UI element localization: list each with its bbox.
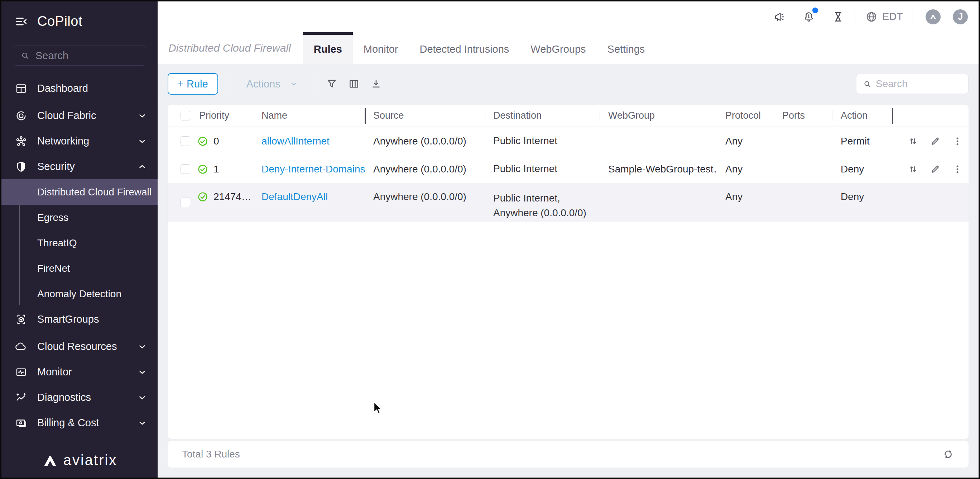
- column-header-name[interactable]: Name: [253, 105, 364, 126]
- rule-protocol: Any: [717, 155, 774, 183]
- column-header-ports[interactable]: Ports: [774, 105, 832, 126]
- sidebar-item-networking[interactable]: Networking: [2, 128, 158, 154]
- rule-priority: 1: [213, 163, 219, 175]
- user-avatar[interactable]: J: [953, 9, 968, 24]
- refresh-icon[interactable]: [942, 448, 954, 460]
- column-header-action[interactable]: Action: [832, 105, 892, 126]
- sidebar-header: CoPilot: [2, 2, 158, 29]
- actions-dropdown[interactable]: Actions: [240, 78, 304, 90]
- sidebar-item-threatiq[interactable]: ThreatIQ: [2, 230, 158, 255]
- table-row[interactable]: 1 Deny-Internet-Domains Anywhere (0.0.0.…: [168, 155, 969, 183]
- reorder-arrows-icon[interactable]: [908, 136, 918, 147]
- row-checkbox[interactable]: [181, 198, 190, 207]
- column-header-destination[interactable]: Destination: [485, 105, 600, 126]
- notification-badge: [812, 8, 818, 13]
- sidebar-item-firenet[interactable]: FireNet: [2, 255, 158, 281]
- rule-protocol: Any: [717, 127, 774, 155]
- sidebar-item-label: SmartGroups: [35, 313, 147, 325]
- columns-icon[interactable]: [348, 78, 360, 89]
- toolbar-divider: [229, 77, 229, 91]
- sidebar-subitem-label: Distributed Cloud Firewall: [37, 187, 151, 198]
- security-shield-icon: [15, 161, 35, 173]
- timezone-selector[interactable]: EDT: [865, 10, 903, 23]
- dashboard-icon: [15, 83, 35, 95]
- chevron-down-icon: [138, 137, 147, 146]
- rule-ports: [774, 127, 832, 155]
- edit-pencil-icon[interactable]: [930, 164, 940, 175]
- rule-source: Anywhere (0.0.0.0/0): [364, 155, 485, 183]
- download-icon[interactable]: [371, 78, 382, 89]
- sidebar-item-label: Dashboard: [35, 83, 147, 94]
- notifications-bell-icon[interactable]: [802, 10, 815, 23]
- sidebar-search-input[interactable]: [35, 50, 138, 62]
- sidebar-item-distributed-cloud-firewall[interactable]: Distributed Cloud Firewall: [2, 179, 158, 205]
- table-search[interactable]: [856, 74, 969, 94]
- sidebar-item-monitor[interactable]: Monitor: [2, 359, 158, 385]
- collapse-menu-icon[interactable]: [15, 15, 28, 28]
- monitor-icon: [15, 366, 35, 378]
- tab-detected-intrusions[interactable]: Detected Intrusions: [409, 32, 520, 64]
- hourglass-icon[interactable]: [832, 10, 845, 23]
- row-checkbox[interactable]: [181, 164, 190, 174]
- app-title: CoPilot: [37, 14, 83, 29]
- column-header-source[interactable]: Source: [364, 105, 485, 126]
- add-rule-button[interactable]: + Rule: [168, 73, 218, 95]
- announcements-icon[interactable]: [773, 10, 786, 23]
- sidebar-item-anomaly-detection[interactable]: Anomaly Detection: [2, 281, 158, 307]
- cloud-fabric-icon: [15, 110, 35, 122]
- column-header-protocol[interactable]: Protocol: [717, 105, 774, 126]
- row-checkbox[interactable]: [181, 136, 190, 146]
- cloud-icon: [15, 341, 35, 353]
- rule-webgroup: Sample-WebGroup-test…: [600, 155, 717, 183]
- sidebar-item-label: Networking: [35, 135, 138, 147]
- actions-label: Actions: [247, 78, 280, 90]
- sidebar-item-egress[interactable]: Egress: [2, 205, 158, 230]
- sidebar-item-dashboard[interactable]: Dashboard: [2, 76, 158, 101]
- sidebar-item-label: Security: [35, 161, 138, 172]
- chevron-up-icon: [138, 162, 147, 171]
- tab-rules[interactable]: Rules: [303, 32, 353, 64]
- page-title: Distributed Cloud Firewall: [158, 42, 298, 54]
- rules-table: Priority Name Source Destination WebGrou…: [168, 105, 969, 439]
- sidebar-item-billing-cost[interactable]: Billing & Cost: [2, 410, 158, 436]
- sidebar-item-security[interactable]: Security: [2, 154, 158, 179]
- rule-action: Deny: [832, 155, 892, 183]
- column-header-webgroup[interactable]: WebGroup: [600, 105, 717, 126]
- reorder-arrows-icon[interactable]: [908, 164, 918, 175]
- more-options-icon[interactable]: [952, 164, 963, 175]
- rule-name-link[interactable]: DefaultDenyAll: [261, 191, 328, 203]
- sidebar-item-diagnostics[interactable]: Diagnostics: [2, 385, 158, 410]
- chevron-down-icon: [138, 418, 147, 428]
- sidebar-item-cloud-resources[interactable]: Cloud Resources: [2, 334, 158, 359]
- more-options-icon[interactable]: [952, 136, 963, 147]
- sidebar-nav: Dashboard Cloud Fabric: [2, 76, 158, 436]
- tab-webgroups[interactable]: WebGroups: [520, 32, 597, 64]
- filter-icon[interactable]: [326, 78, 337, 89]
- sidebar-search[interactable]: [13, 46, 146, 65]
- table-search-input[interactable]: [876, 78, 962, 89]
- rule-destination: Public Internet: [485, 155, 600, 183]
- rule-name-link[interactable]: Deny-Internet-Domains: [261, 163, 364, 175]
- table-row[interactable]: 21474… DefaultDenyAll Anywhere (0.0.0.0/…: [168, 183, 969, 222]
- select-all-checkbox[interactable]: [181, 111, 190, 120]
- column-header-controls: [892, 105, 969, 126]
- table-row[interactable]: 0 allowAllInternet Anywhere (0.0.0.0/0) …: [168, 127, 969, 155]
- rule-name-link[interactable]: allowAllInternet: [261, 136, 329, 147]
- sidebar-divider: [2, 333, 158, 333]
- aviatrix-logo-text: aviatrix: [64, 452, 118, 468]
- tab-monitor[interactable]: Monitor: [353, 32, 409, 64]
- sidebar-item-label: Cloud Fabric: [35, 110, 138, 121]
- sidebar-item-label: Billing & Cost: [35, 417, 138, 429]
- column-header-priority[interactable]: Priority: [191, 105, 253, 126]
- rule-priority: 0: [213, 136, 219, 147]
- rule-ports: [774, 155, 832, 183]
- rule-ports: [774, 183, 832, 222]
- copilot-home-button[interactable]: [926, 9, 940, 24]
- edit-pencil-icon[interactable]: [930, 136, 940, 147]
- enabled-check-icon: [197, 163, 208, 175]
- topbar-divider: [913, 10, 913, 23]
- sidebar-item-smartgroups[interactable]: SmartGroups: [2, 307, 158, 332]
- total-rules-label: Total 3 Rules: [182, 449, 240, 460]
- tab-settings[interactable]: Settings: [597, 32, 656, 64]
- sidebar-item-cloud-fabric[interactable]: Cloud Fabric: [2, 103, 158, 128]
